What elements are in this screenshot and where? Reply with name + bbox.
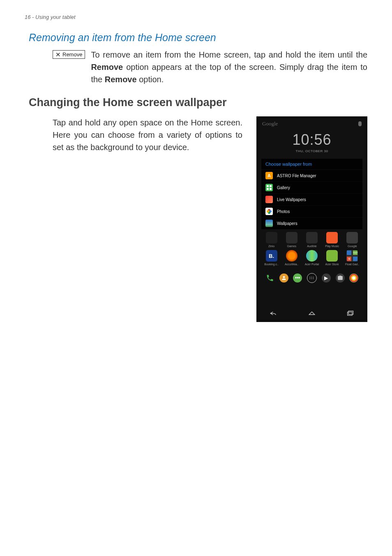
remove-badge: ✕ Remove bbox=[53, 50, 85, 59]
google-search-label[interactable]: Google bbox=[262, 120, 278, 127]
wallpaper-option-astro[interactable]: A ASTRO File Manager bbox=[261, 170, 362, 182]
document-page: 16 - Using your tablet Removing an item … bbox=[0, 0, 392, 556]
svg-rect-1 bbox=[270, 185, 272, 187]
app-row-1: Zinio Games Audible Play Music Google bbox=[259, 232, 365, 248]
nav-home-icon[interactable] bbox=[308, 310, 316, 316]
clock-time: 10:56 bbox=[259, 131, 365, 148]
wallpaper-section: Tap and hold any open space on the Home … bbox=[53, 116, 367, 322]
clock-widget: 10:56 THU, OCTOBER 30 bbox=[259, 131, 365, 153]
close-icon: ✕ bbox=[55, 51, 61, 58]
live-wallpapers-icon bbox=[265, 196, 273, 203]
wallpaper-option-gallery[interactable]: Gallery bbox=[261, 182, 362, 194]
dock: ••• ⁞⁞⁞ ▶ bbox=[259, 270, 365, 286]
gallery-grid-icon bbox=[267, 185, 272, 190]
app-playmusic[interactable]: Play Music bbox=[323, 232, 341, 248]
camera-icon[interactable] bbox=[336, 273, 345, 283]
device-screen: Google 10:56 THU, OCTOBER 30 Choose wall… bbox=[259, 119, 365, 320]
photos-pinwheel-icon bbox=[266, 208, 272, 214]
wallpaper-dialog: Choose wallpaper from A ASTRO File Manag… bbox=[261, 159, 362, 229]
svg-rect-0 bbox=[267, 185, 269, 187]
app-games[interactable]: Games bbox=[283, 232, 301, 248]
device-screenshot: Google 10:56 THU, OCTOBER 30 Choose wall… bbox=[256, 116, 367, 322]
contacts-icon[interactable] bbox=[279, 273, 288, 283]
mic-icon[interactable] bbox=[358, 121, 362, 126]
app-drawer-icon[interactable]: ⁞⁞⁞ bbox=[307, 273, 317, 283]
remove-paragraph: To remove an item from the Home screen, … bbox=[91, 49, 367, 86]
play-store-icon[interactable]: ▶ bbox=[322, 273, 331, 283]
app-accuweather[interactable]: AccuWea.. bbox=[283, 250, 301, 266]
svg-rect-2 bbox=[267, 188, 269, 190]
navigation-bar bbox=[259, 307, 365, 320]
chrome-icon[interactable] bbox=[349, 273, 358, 283]
app-google[interactable]: Google bbox=[343, 232, 361, 248]
astro-icon: A bbox=[265, 172, 273, 179]
subheading-removing-item: Removing an item from the Home screen bbox=[29, 32, 367, 44]
app-booking[interactable]: B.Booking.c.. bbox=[263, 250, 281, 266]
wallpaper-option-wallpapers[interactable]: Wallpapers bbox=[261, 218, 362, 229]
wallpaper-option-live[interactable]: Live Wallpapers bbox=[261, 194, 362, 206]
app-acer-portal[interactable]: Acer Portal bbox=[303, 250, 321, 266]
app-float-gadget[interactable]: TXT 9 Float Gad.. bbox=[343, 250, 361, 266]
svg-rect-9 bbox=[348, 311, 353, 314]
wallpaper-paragraph: Tap and hold any open space on the Home … bbox=[53, 116, 242, 153]
messaging-icon[interactable]: ••• bbox=[293, 273, 302, 283]
app-row-2: B.Booking.c.. AccuWea.. Acer Portal Acer… bbox=[259, 250, 365, 266]
wallpapers-icon bbox=[265, 220, 273, 227]
page-number: 16 bbox=[25, 14, 30, 20]
gallery-icon bbox=[265, 184, 273, 191]
app-audible[interactable]: Audible bbox=[303, 232, 321, 248]
nav-recent-icon[interactable] bbox=[347, 310, 354, 316]
status-bar: Google bbox=[259, 119, 365, 130]
header-section: Using your tablet bbox=[35, 14, 76, 20]
app-zinio[interactable]: Zinio bbox=[263, 232, 281, 248]
remove-paragraph-row: ✕ Remove To remove an item from the Home… bbox=[53, 49, 367, 86]
nav-back-icon[interactable] bbox=[270, 310, 277, 316]
phone-icon[interactable] bbox=[265, 273, 274, 283]
svg-rect-8 bbox=[348, 312, 352, 315]
remove-badge-label: Remove bbox=[62, 52, 82, 57]
wallpaper-option-photos[interactable]: Photos bbox=[261, 206, 362, 218]
heading-changing-wallpaper: Changing the Home screen wallpaper bbox=[29, 96, 367, 109]
page-header: 16 - Using your tablet bbox=[25, 14, 367, 20]
photos-icon bbox=[265, 208, 273, 215]
clock-date: THU, OCTOBER 30 bbox=[259, 149, 365, 153]
svg-point-7 bbox=[267, 210, 269, 213]
svg-rect-3 bbox=[270, 188, 272, 190]
wallpaper-dialog-title: Choose wallpaper from bbox=[261, 159, 362, 170]
app-acer-store[interactable]: Acer Store bbox=[323, 250, 341, 266]
